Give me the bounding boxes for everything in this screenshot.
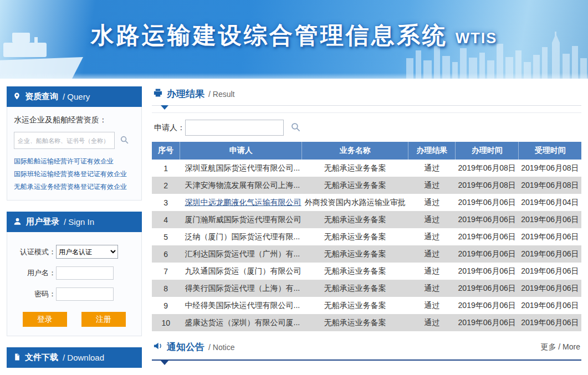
result-section-title: 办理结果 [167, 88, 204, 100]
username-row: 用户名： [14, 266, 135, 280]
result-table: 序号申请人业务名称办理结果办理时间受理时间 1深圳亚航国际货运代理有限公司...… [152, 142, 581, 331]
signin-panel-title-en: / Sign In [64, 217, 94, 227]
query-link[interactable]: 国际船舶运输经营许可证有效企业 [14, 156, 135, 167]
table-cell: 9 [152, 297, 180, 314]
top-banner: 水路运输建设综合管理信息系统 WTIS [0, 0, 588, 79]
download-panel: 文件下载 / Download [7, 347, 142, 368]
query-label: 水运企业及船舶经营资质： [14, 115, 135, 125]
table-header-cell: 申请人 [180, 142, 302, 160]
section-marker [161, 105, 168, 110]
signin-panel-header: 用户登录 / Sign In [7, 212, 142, 232]
table-header-cell: 办理时间 [456, 142, 519, 160]
result-section-divider [152, 105, 581, 106]
table-cell: 2019年06月08日 [519, 160, 581, 177]
query-panel-body: 水运企业及船舶经营资质： 国际船舶运输经营许可证有效企业国际班轮运输经营资格登记… [7, 107, 142, 201]
table-cell: 2019年06月06日 [519, 245, 581, 263]
table-cell: 通过 [408, 160, 456, 177]
result-section-title-en: / Result [208, 90, 234, 99]
result-table-body: 1深圳亚航国际货运代理有限公司...无船承运业务备案通过2019年06月08日2… [152, 160, 581, 331]
download-panel-title-en: / Download [63, 353, 104, 362]
download-panel-header: 文件下载 / Download [7, 347, 142, 368]
sidebar: 资质查询 / Query 水运企业及船舶经营资质： 国际船舶运输经营许可证有效企… [7, 86, 142, 368]
table-cell: 2019年06月06日 [456, 194, 519, 211]
section-marker [161, 361, 168, 365]
username-field[interactable] [56, 266, 114, 280]
table-cell: 无船承运业务备案 [302, 314, 408, 331]
table-cell: 3 [152, 194, 180, 211]
table-cell: 泛纳（厦门）国际货运代理有限... [180, 228, 302, 245]
login-button[interactable]: 登录 [23, 312, 67, 327]
table-row: 9中经得美国际快运代理有限公司...无船承运业务备案通过2019年06月06日2… [152, 297, 581, 314]
table-cell: 通过 [408, 297, 456, 314]
query-search-button[interactable] [119, 134, 130, 147]
table-cell: 无船承运业务备案 [302, 297, 408, 314]
register-button[interactable]: 注册 [81, 312, 126, 327]
query-panel-title: 资质查询 [25, 91, 58, 102]
table-cell: 2019年06月06日 [519, 297, 581, 314]
download-panel-title: 文件下载 [25, 352, 58, 363]
table-cell: 盛康达货运（深圳）有限公司厦... [180, 314, 302, 331]
table-cell: 2019年06月06日 [456, 228, 519, 245]
applicant-search-label: 申请人： [154, 123, 185, 133]
table-cell: 2019年06月06日 [519, 211, 581, 228]
password-field[interactable] [56, 287, 114, 301]
result-block: 申请人： 序号申请人业务名称办理结果办理时间受理时间 1深圳亚航国际货运代理有限… [152, 112, 581, 331]
table-row: 1深圳亚航国际货运代理有限公司...无船承运业务备案通过2019年06月08日2… [152, 160, 581, 177]
table-cell: 通过 [408, 194, 456, 211]
table-row: 2天津安海物流发展有限公司上海...无船承运业务备案通过2019年06月08日2… [152, 177, 581, 194]
table-cell: 无船承运业务备案 [302, 177, 408, 194]
table-cell: 通过 [408, 228, 456, 245]
table-cell: 7 [152, 263, 180, 280]
table-cell: 中经得美国际快运代理有限公司... [180, 297, 302, 314]
table-cell: 无船承运业务备案 [302, 280, 408, 297]
site-title-abbr: WTIS [456, 30, 498, 47]
table-cell: 8 [152, 280, 180, 297]
table-cell: 2019年06月06日 [456, 297, 519, 314]
result-printer-icon [153, 88, 163, 100]
table-cell: 2 [152, 177, 180, 194]
table-cell: 2019年06月06日 [519, 263, 581, 280]
table-cell: 无船承运业务备案 [302, 263, 408, 280]
applicant-search-input[interactable] [185, 120, 284, 136]
table-cell: 2019年06月08日 [456, 177, 519, 194]
table-row: 5泛纳（厦门）国际货运代理有限...无船承运业务备案通过2019年06月06日2… [152, 228, 581, 245]
query-link[interactable]: 国际班轮运输经营资格登记证有效企业 [14, 168, 135, 179]
table-row: 3深圳中远龙鹏液化气运输有限公司外商投资国内水路运输业审批通过2019年06月0… [152, 194, 581, 211]
table-cell: 通过 [408, 177, 456, 194]
notice-more-link[interactable]: 更多 / More [540, 342, 580, 352]
table-cell: 厦门瀚斯威国际货运代理有限公司 [180, 211, 302, 228]
username-label: 用户名： [14, 268, 56, 278]
auth-mode-select[interactable]: 用户名认证 [56, 245, 118, 259]
table-cell: 6 [152, 245, 180, 263]
notice-section-title-en: / Notice [208, 343, 234, 352]
table-cell: 2019年06月06日 [519, 228, 581, 245]
table-cell: 2019年06月06日 [456, 245, 519, 263]
applicant-search-button[interactable] [289, 121, 302, 135]
table-cell: 九玖通国际货运（厦门）有限公司 [180, 263, 302, 280]
document-icon [13, 353, 21, 363]
table-cell: 通过 [408, 280, 456, 297]
table-cell: 4 [152, 211, 180, 228]
signin-buttons-row: 登录 注册 [14, 309, 135, 328]
site-title-text: 水路运输建设综合管理信息系统 [91, 20, 448, 51]
table-cell: 天津安海物流发展有限公司上海... [180, 177, 302, 194]
site-title: 水路运输建设综合管理信息系统 WTIS [0, 20, 588, 51]
query-panel-title-en: / Query [63, 92, 90, 101]
table-cell: 1 [152, 160, 180, 177]
table-cell: 2019年06月06日 [456, 280, 519, 297]
notice-section-divider [152, 359, 581, 361]
query-search-row [14, 132, 135, 149]
table-cell: 通过 [408, 314, 456, 331]
page-content: 资质查询 / Query 水运企业及船舶经营资质： 国际船舶运输经营许可证有效企… [0, 79, 588, 368]
password-row: 密码： [14, 287, 135, 301]
user-icon [13, 217, 22, 227]
query-link[interactable]: 无船承运业务经营资格登记证有效企业 [14, 181, 135, 192]
query-search-input[interactable] [14, 132, 115, 149]
table-header-cell: 序号 [152, 142, 180, 160]
table-header-cell: 业务名称 [302, 142, 408, 160]
table-cell: 10 [152, 314, 180, 331]
table-cell: 通过 [408, 245, 456, 263]
table-cell: 2019年06月06日 [456, 211, 519, 228]
table-cell: 2019年06月06日 [456, 263, 519, 280]
table-cell[interactable]: 深圳中远龙鹏液化气运输有限公司 [180, 194, 302, 211]
